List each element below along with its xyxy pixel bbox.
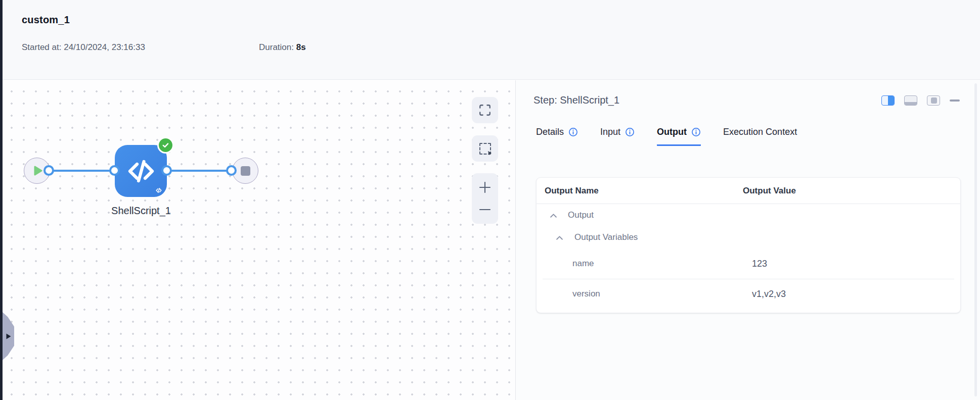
tab-input[interactable]: Input [600, 127, 635, 146]
plus-icon [478, 181, 492, 194]
connection-point-step-in [109, 165, 120, 176]
output-name-cell: name [537, 259, 751, 269]
fit-view-icon [478, 104, 492, 117]
info-icon[interactable] [568, 127, 578, 137]
column-output-value: Output Value [743, 186, 796, 196]
panel-window-controls [881, 95, 960, 106]
panel-title: Step: ShellScript_1 [533, 94, 619, 106]
stop-icon [241, 166, 250, 176]
connection-point-end [226, 165, 237, 176]
zoom-controls [472, 173, 498, 224]
started-at-label: Started at: [22, 42, 61, 52]
play-icon [34, 166, 42, 176]
started-at: Started at: 24/10/2024, 23:16:33 [22, 42, 145, 53]
column-output-name: Output Name [537, 186, 743, 196]
marquee-select-icon [479, 143, 491, 155]
fit-view-button[interactable] [472, 97, 498, 123]
table-row: name 123 [537, 248, 960, 279]
minus-icon [478, 203, 492, 216]
code-icon [125, 155, 157, 187]
code-icon-small [155, 187, 162, 194]
step-node-shellscript[interactable] [115, 145, 167, 197]
expand-sidebar-handle[interactable] [3, 312, 14, 360]
panel-scrollbar[interactable] [974, 83, 977, 396]
float-panel-icon[interactable] [927, 95, 940, 106]
tab-execution-context[interactable]: Execution Context [723, 127, 797, 146]
tree-group-label: Output [568, 210, 594, 220]
info-icon[interactable] [625, 127, 635, 137]
table-header-row: Output Name Output Value [537, 178, 960, 204]
output-name-cell: version [537, 289, 751, 299]
app-left-rail [0, 0, 3, 400]
step-node-label: ShellScript_1 [90, 205, 193, 217]
zoom-in-button[interactable] [472, 178, 498, 197]
success-badge [157, 137, 174, 154]
tab-output[interactable]: Output [657, 127, 701, 146]
arrow-right-icon [6, 333, 11, 339]
info-icon[interactable] [691, 127, 701, 137]
split-bottom-icon[interactable] [904, 95, 917, 106]
minimize-icon[interactable] [950, 99, 960, 102]
collapse-chevron-icon[interactable] [550, 213, 557, 218]
marquee-select-button[interactable] [472, 135, 498, 162]
connection-point-start [43, 165, 54, 176]
connection-point-step-out [161, 165, 172, 176]
edge-start-to-step [49, 170, 115, 172]
run-header: custom_1 Started at: 24/10/2024, 23:16:3… [3, 0, 980, 80]
split-right-icon[interactable] [881, 95, 895, 106]
step-details-panel: Step: ShellScript_1 Details Input Output [516, 80, 980, 400]
output-table-card: Output Name Output Value Output Output V… [536, 177, 961, 313]
started-at-value: 24/10/2024, 23:16:33 [64, 42, 145, 52]
tree-group-output-variables: Output Variables [537, 226, 960, 248]
table-row: version v1,v2,v3 [537, 279, 960, 309]
duration: Duration: 8s [259, 42, 306, 53]
edge-step-to-end [167, 170, 232, 172]
workflow-canvas[interactable]: ShellScript_1 [3, 80, 516, 400]
output-value-cell: 123 [751, 259, 767, 269]
check-icon [161, 141, 170, 149]
tab-details[interactable]: Details [536, 127, 578, 146]
collapse-chevron-icon[interactable] [556, 235, 563, 240]
duration-label: Duration: [259, 42, 294, 52]
run-title: custom_1 [22, 14, 70, 26]
tree-group-label: Output Variables [574, 232, 638, 242]
tab-bar: Details Input Output Executio [536, 127, 797, 146]
duration-value: 8s [296, 42, 306, 52]
output-value-cell: v1,v2,v3 [751, 289, 786, 299]
zoom-out-button[interactable] [472, 200, 498, 219]
tree-group-output: Output [537, 204, 960, 226]
cursor-icon [487, 151, 492, 156]
